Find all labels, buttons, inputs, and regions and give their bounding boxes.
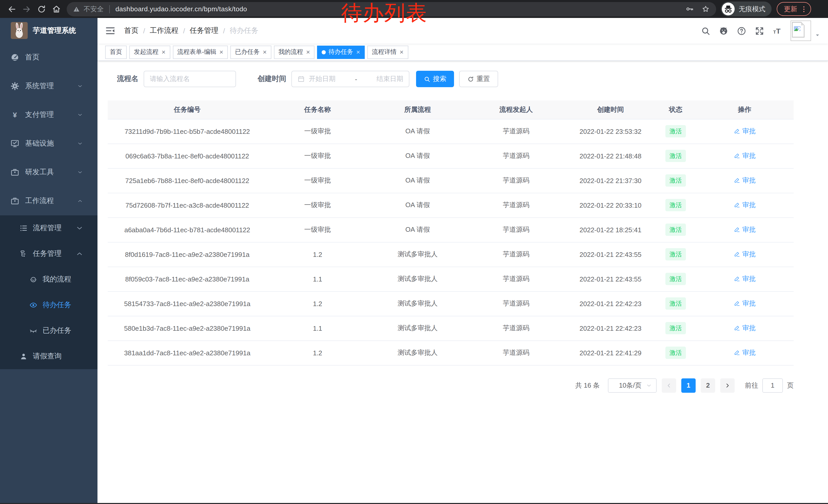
insecure-label[interactable]: 不安全 <box>84 4 104 13</box>
breadcrumb-item[interactable]: 首页 <box>124 26 138 35</box>
browser-menu-icon[interactable] <box>800 5 808 13</box>
close-icon[interactable]: × <box>356 49 360 55</box>
task-name-cell: 一级审批 <box>267 193 368 217</box>
sidebar-logo-row[interactable]: 芋道管理系统 <box>0 18 97 43</box>
address-bar[interactable]: 不安全 dashboard.yudao.iocoder.cn/bpm/task/… <box>67 2 716 16</box>
close-icon[interactable]: × <box>219 49 223 55</box>
browser-reload-button[interactable] <box>34 2 49 16</box>
goto-label: 前往 <box>745 381 758 390</box>
tab-首页[interactable]: 首页 <box>105 45 127 59</box>
status-cell: 激活 <box>656 267 696 291</box>
tab-已办任务[interactable]: 已办任务× <box>230 45 271 59</box>
browser-update-button[interactable]: 更新 <box>777 2 811 16</box>
tab-发起流程[interactable]: 发起流程× <box>129 45 170 59</box>
approve-link[interactable]: 审批 <box>734 274 756 283</box>
close-icon[interactable]: × <box>162 49 165 55</box>
close-icon[interactable]: × <box>263 49 266 55</box>
approve-label: 审批 <box>742 151 756 161</box>
browser-forward-button[interactable] <box>19 2 34 16</box>
create-time-cell: 2022-01-22 20:33:10 <box>565 193 656 217</box>
sidebar-item-leave-query[interactable]: 请假查询 <box>0 343 97 369</box>
breadcrumb-separator: / <box>143 27 145 35</box>
sidebar-item-label: 流程管理 <box>33 224 75 233</box>
sidebar-item-process-management[interactable]: 流程管理 <box>0 215 97 241</box>
sidebar-item-label: 研发工具 <box>25 168 77 177</box>
breadcrumb-item[interactable]: 任务管理 <box>190 26 218 35</box>
task-id-cell: 580e1b3d-7ac8-11ec-a9e2-a2380e71991a <box>108 316 267 340</box>
sidebar-item-task-management[interactable]: 任务管理 <box>0 241 97 267</box>
github-icon[interactable] <box>715 26 733 36</box>
breadcrumb-item[interactable]: 工作流程 <box>150 26 178 35</box>
search-icon[interactable] <box>697 26 715 36</box>
incognito-badge: 无痕模式 <box>721 2 772 16</box>
approve-link[interactable]: 审批 <box>734 250 756 259</box>
tab-流程详情[interactable]: 流程详情× <box>367 45 408 59</box>
start-date-placeholder[interactable]: 开始日期 <box>309 74 335 84</box>
table-row: 580e1b3d-7ac8-11ec-a9e2-a2380e71991a1.1测… <box>108 316 794 340</box>
status-badge: 激活 <box>665 125 686 137</box>
approve-link[interactable]: 审批 <box>734 176 756 185</box>
approve-link[interactable]: 审批 <box>734 151 756 161</box>
sidebar-item-dev-tools[interactable]: 研发工具 <box>0 158 97 187</box>
pencil-icon <box>734 276 740 282</box>
approve-link[interactable]: 审批 <box>734 299 756 308</box>
approve-link[interactable]: 审批 <box>734 324 756 333</box>
sidebar-item-payment-management[interactable]: ¥支付管理 <box>0 100 97 129</box>
sidebar-item-done-task[interactable]: 已办任务 <box>0 318 97 343</box>
approve-link[interactable]: 审批 <box>734 127 756 136</box>
approve-link[interactable]: 审批 <box>734 348 756 357</box>
starter-cell: 芋道源码 <box>467 193 565 217</box>
page-number-2[interactable]: 2 <box>701 378 715 393</box>
table-row: 725a1eb6-7b88-11ec-8ef0-acde48001122一级审批… <box>108 168 794 193</box>
prev-page-button[interactable] <box>662 378 676 393</box>
user-menu-caret-icon[interactable] <box>815 32 820 38</box>
task-id-cell: 725a1eb6-7b88-11ec-8ef0-acde48001122 <box>108 168 267 193</box>
bookmark-star-icon[interactable] <box>701 5 710 13</box>
pagination: 共 16 条 10条/页 12 前往 1 页 <box>108 378 794 393</box>
close-icon[interactable]: × <box>400 49 404 55</box>
browser-home-button[interactable] <box>49 2 64 16</box>
process-cell: 测试多审批人 <box>368 291 467 316</box>
process-name-input[interactable]: 请输入流程名 <box>143 71 236 87</box>
font-size-icon[interactable]: TT <box>769 26 786 36</box>
date-range-picker[interactable]: 开始日期 - 结束日期 <box>291 71 409 87</box>
tab-label: 已办任务 <box>235 48 259 56</box>
chevron-down-icon <box>646 382 652 388</box>
sidebar-item-infrastructure[interactable]: 基础设施 <box>0 129 97 158</box>
browser-back-button[interactable] <box>4 2 19 16</box>
forward-arrow-icon <box>22 4 31 13</box>
key-icon[interactable] <box>686 5 694 13</box>
table-row: 8f059c03-7ac8-11ec-a9e2-a2380e71991a1.1测… <box>108 267 794 291</box>
process-cell: 测试多审批人 <box>368 267 467 291</box>
status-cell: 激活 <box>656 144 696 168</box>
create-time-cell: 2022-01-21 22:43:55 <box>565 267 656 291</box>
sidebar-item-workflow[interactable]: 工作流程 <box>0 187 97 215</box>
close-icon[interactable]: × <box>306 49 310 55</box>
fullscreen-icon[interactable] <box>750 26 769 36</box>
sidebar-item-label: 待办任务 <box>43 301 89 310</box>
reset-button[interactable]: 重置 <box>459 71 498 87</box>
avatar[interactable] <box>791 20 811 41</box>
sidebar-item-my-process[interactable]: 我的流程 <box>0 267 97 292</box>
sidebar-item-todo-task[interactable]: 待办任务 <box>0 292 97 318</box>
end-date-placeholder[interactable]: 结束日期 <box>377 74 403 84</box>
process-cell: 测试多审批人 <box>368 242 467 267</box>
chevron-left-icon <box>666 382 672 388</box>
tab-流程表单-编辑[interactable]: 流程表单-编辑× <box>173 45 228 59</box>
sidebar-item-home[interactable]: 首页 <box>0 43 97 72</box>
approve-link[interactable]: 审批 <box>734 200 756 210</box>
page-size-select[interactable]: 10条/页 <box>608 378 657 393</box>
goto-page-input[interactable]: 1 <box>762 378 783 393</box>
tab-我的流程[interactable]: 我的流程× <box>274 45 315 59</box>
next-page-button[interactable] <box>720 378 735 393</box>
sidebar-item-label: 我的流程 <box>43 275 89 284</box>
status-badge: 激活 <box>665 347 686 359</box>
chevron-down-icon <box>77 140 83 147</box>
page-number-1[interactable]: 1 <box>681 378 696 393</box>
sidebar-item-system-management[interactable]: 系统管理 <box>0 72 97 100</box>
help-icon[interactable] <box>733 26 750 36</box>
search-button[interactable]: 搜索 <box>416 71 454 87</box>
approve-link[interactable]: 审批 <box>734 225 756 234</box>
sidebar-toggle-icon[interactable] <box>105 26 115 36</box>
tab-待办任务[interactable]: 待办任务× <box>317 45 365 59</box>
